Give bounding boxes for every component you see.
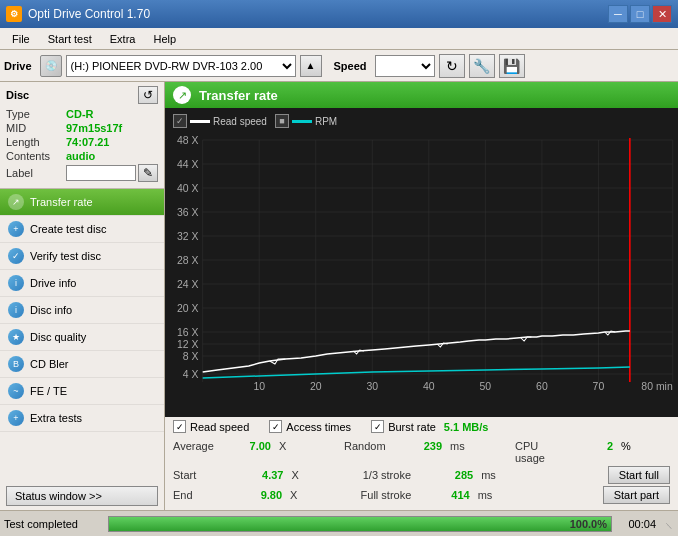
resize-handle: ⟍ <box>660 517 674 531</box>
svg-text:16 X: 16 X <box>177 327 199 338</box>
disc-contents-value: audio <box>66 150 95 162</box>
stroke13-value: 285 <box>418 469 481 481</box>
menu-help[interactable]: Help <box>145 31 184 47</box>
right-panel: ↗ Transfer rate ✓ Read speed ■ RPM <box>165 82 678 510</box>
nav-item-cd-bler[interactable]: B CD Bler <box>0 351 164 378</box>
nav-item-disc-quality[interactable]: ★ Disc quality <box>0 324 164 351</box>
chart-container: ✓ Read speed ■ RPM 48 X 44 X <box>165 108 678 417</box>
disc-refresh-button[interactable]: ↺ <box>138 86 158 104</box>
disc-type-label: Type <box>6 108 66 120</box>
drive-eject-button[interactable]: ▲ <box>300 55 322 77</box>
checkbox-read-speed[interactable]: ✓ Read speed <box>173 420 249 433</box>
menu-extra[interactable]: Extra <box>102 31 144 47</box>
minimize-button[interactable]: ─ <box>608 5 628 23</box>
stats-row-1: Average 7.00 X Random 239 ms CPU usage 2… <box>173 440 670 464</box>
checkbox-access-times[interactable]: ✓ Access times <box>269 420 351 433</box>
close-button[interactable]: ✕ <box>652 5 672 23</box>
checkbox-read-speed-label: Read speed <box>190 421 249 433</box>
svg-text:44 X: 44 X <box>177 159 199 170</box>
nav-label-disc-info: Disc info <box>30 304 72 316</box>
svg-text:30: 30 <box>366 381 378 390</box>
nav-label-fe-te: FE / TE <box>30 385 67 397</box>
status-bar: Test completed 100.0% 00:04 ⟍ <box>0 510 678 536</box>
svg-text:40: 40 <box>423 381 435 390</box>
drive-info-icon: i <box>8 275 24 291</box>
checkbox-read-speed-box[interactable]: ✓ <box>173 420 186 433</box>
random-unit: ms <box>450 440 515 464</box>
nav-label-cd-bler: CD Bler <box>30 358 69 370</box>
disc-type-value: CD-R <box>66 108 94 120</box>
svg-text:12 X: 12 X <box>177 339 199 350</box>
nav-item-verify-test-disc[interactable]: ✓ Verify test disc <box>0 243 164 270</box>
svg-text:80 min: 80 min <box>641 381 673 390</box>
cpu-value: 2 <box>564 440 621 464</box>
menu-file[interactable]: File <box>4 31 38 47</box>
disc-label-label: Label <box>6 167 66 179</box>
disc-label-edit-button[interactable]: ✎ <box>138 164 158 182</box>
sidebar: Disc ↺ Type CD-R MID 97m15s17f Length 74… <box>0 82 165 510</box>
average-unit: X <box>279 440 344 464</box>
svg-text:40 X: 40 X <box>177 183 199 194</box>
legend-rpm: ■ RPM <box>275 114 337 128</box>
checkbox-burst-rate-label: Burst rate <box>388 421 436 433</box>
fe-te-icon: ~ <box>8 383 24 399</box>
drive-select[interactable]: (H:) PIONEER DVD-RW DVR-103 2.00 <box>66 55 296 77</box>
nav-label-verify-test-disc: Verify test disc <box>30 250 101 262</box>
svg-text:36 X: 36 X <box>177 207 199 218</box>
checkbox-access-times-box[interactable]: ✓ <box>269 420 282 433</box>
start-full-button[interactable]: Start full <box>608 466 670 484</box>
progress-bar-fill <box>109 517 611 531</box>
settings-button[interactable]: 🔧 <box>469 54 495 78</box>
start-label: Start <box>173 469 228 481</box>
nav-item-disc-info[interactable]: i Disc info <box>0 297 164 324</box>
nav-label-create-test-disc: Create test disc <box>30 223 106 235</box>
full-stroke-value: 414 <box>415 489 478 501</box>
disc-label-input[interactable] <box>66 165 136 181</box>
stats-row-3: End 9.80 X Full stroke 414 ms Start part <box>173 486 670 504</box>
drive-label: Drive <box>4 60 32 72</box>
cpu-unit: % <box>621 440 670 464</box>
nav-item-fe-te[interactable]: ~ FE / TE <box>0 378 164 405</box>
disc-length-row: Length 74:07.21 <box>6 136 158 148</box>
svg-text:32 X: 32 X <box>177 231 199 242</box>
stats-table: Average 7.00 X Random 239 ms CPU usage 2… <box>165 436 678 510</box>
nav-item-drive-info[interactable]: i Drive info <box>0 270 164 297</box>
transfer-rate-header-icon: ↗ <box>173 86 191 104</box>
nav-label-extra-tests: Extra tests <box>30 412 82 424</box>
title-bar: ⚙ Opti Drive Control 1.70 ─ □ ✕ <box>0 0 678 28</box>
cpu-label: CPU usage <box>515 440 564 464</box>
svg-text:48 X: 48 X <box>177 135 199 146</box>
disc-length-label: Length <box>6 136 66 148</box>
nav-item-transfer-rate[interactable]: ↗ Transfer rate <box>0 189 164 216</box>
svg-text:50: 50 <box>480 381 492 390</box>
refresh-button[interactable]: ↻ <box>439 54 465 78</box>
chart-svg-container: 48 X 44 X 40 X 36 X 32 X 28 X 24 X 20 X … <box>165 130 678 390</box>
start-part-button[interactable]: Start part <box>603 486 670 504</box>
disc-contents-row: Contents audio <box>6 150 158 162</box>
nav-label-disc-quality: Disc quality <box>30 331 86 343</box>
disc-info-icon: i <box>8 302 24 318</box>
main-content: Disc ↺ Type CD-R MID 97m15s17f Length 74… <box>0 82 678 510</box>
stroke13-unit: ms <box>481 469 552 481</box>
chart-legend: ✓ Read speed ■ RPM <box>165 112 678 130</box>
maximize-button[interactable]: □ <box>630 5 650 23</box>
status-text: Test completed <box>4 518 104 530</box>
stroke13-label: 1/3 stroke <box>363 469 418 481</box>
nav-item-create-test-disc[interactable]: + Create test disc <box>0 216 164 243</box>
svg-text:60: 60 <box>536 381 548 390</box>
status-window-button[interactable]: Status window >> <box>6 486 158 506</box>
burst-rate-value: 5.1 MB/s <box>444 421 489 433</box>
nav-label-transfer-rate: Transfer rate <box>30 196 93 208</box>
svg-text:24 X: 24 X <box>177 279 199 290</box>
title-buttons: ─ □ ✕ <box>608 5 672 23</box>
speed-select[interactable] <box>375 55 435 77</box>
menu-start-test[interactable]: Start test <box>40 31 100 47</box>
transfer-rate-icon: ↗ <box>8 194 24 210</box>
nav-item-extra-tests[interactable]: + Extra tests <box>0 405 164 432</box>
save-button[interactable]: 💾 <box>499 54 525 78</box>
cd-bler-icon: B <box>8 356 24 372</box>
end-value: 9.80 <box>228 489 291 501</box>
checkbox-burst-rate-box[interactable]: ✓ <box>371 420 384 433</box>
checkbox-burst-rate[interactable]: ✓ Burst rate 5.1 MB/s <box>371 420 488 433</box>
legend-read-speed: ✓ Read speed <box>173 114 267 128</box>
